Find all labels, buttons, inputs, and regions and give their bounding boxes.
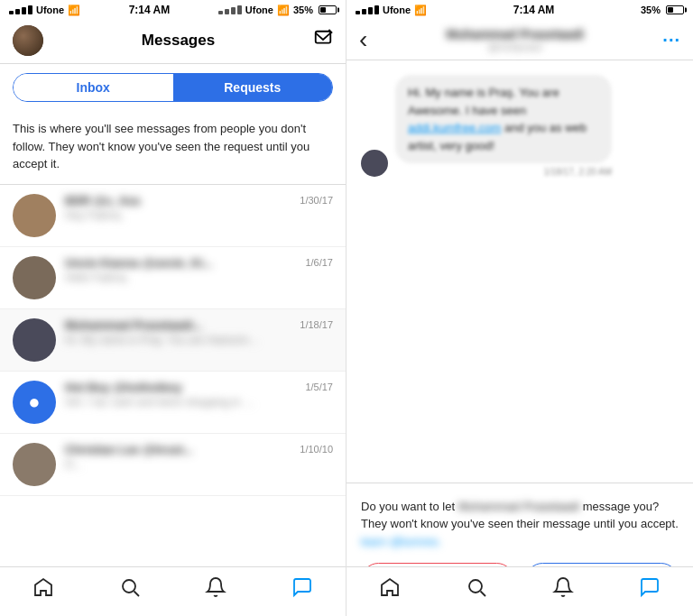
chat-message: Hi. My name is Praş. You are Awesome. I … (361, 75, 679, 177)
message-time: 1/10/10 (300, 444, 333, 455)
avatar (13, 256, 56, 299)
list-item[interactable]: Muhammad Prasetaadi... 1/18/17 Hi. My na… (0, 309, 346, 372)
chat-handle: @muhprase (376, 41, 653, 52)
left-panel: Ufone 📶 7:14 AM Ufone 📶 35% Messages (0, 0, 346, 616)
avatar (13, 443, 56, 486)
message-content: Muhammad Prasetaadi... 1/18/17 Hi. My na… (65, 318, 333, 350)
status-bar-left: Ufone 📶 7:14 AM Ufone 📶 35% (0, 0, 346, 20)
message-content: BDR @u_Ava 1/30/17 Hey Fatima, (65, 194, 333, 225)
signal-icon-r (356, 5, 379, 14)
action-username: Muhammad Prasetaadi (458, 498, 579, 516)
message-content: Hot Boy @hothotboy 1/5/17 Girl. I lac ca… (65, 381, 333, 412)
wifi-icon-r: 📶 (414, 5, 427, 16)
nav-messages-icon-r[interactable] (639, 576, 661, 603)
message-time: 1/6/17 (305, 257, 333, 268)
action-text-before: Do you want to let (361, 500, 458, 513)
nav-home-icon-r[interactable] (379, 576, 401, 603)
message-preview: Hi. My name is Praş. You are Awesome. I … (65, 334, 263, 346)
chat-username: Muhammad Prasetaadi (376, 27, 653, 41)
message-tabs: Inbox Requests (13, 73, 333, 102)
message-time: 1/30/17 (300, 195, 333, 206)
avatar (13, 194, 56, 237)
page-title: Messages (142, 32, 215, 50)
carrier-right: Ufone (245, 5, 273, 15)
message-time: 1/5/17 (305, 382, 333, 392)
sender-name: Christian Lee @hrust... (65, 443, 193, 456)
list-item[interactable]: Uncle Kianna @uncle_Ki... 1/6/17 Hello F… (0, 247, 346, 309)
list-item[interactable]: ● Hot Boy @hothotboy 1/5/17 Girl. I lac … (0, 372, 346, 434)
compose-icon[interactable] (313, 29, 333, 53)
svg-line-5 (481, 592, 486, 597)
right-panel: Ufone 📶 7:14 AM 35% ‹ Muhammad Prasetaad… (346, 0, 693, 616)
nav-search-icon-r[interactable] (466, 576, 487, 603)
back-button[interactable]: ‹ (359, 27, 367, 52)
avatar: ● (13, 381, 56, 424)
battery-label-right: 35% (641, 5, 661, 15)
message-list: BDR @u_Ava 1/30/17 Hey Fatima, Uncle Kia… (0, 185, 346, 567)
sender-name: BDR @u_Ava (65, 194, 140, 207)
svg-rect-0 (316, 31, 331, 42)
nav-home-icon[interactable] (32, 576, 54, 603)
svg-line-3 (134, 592, 139, 597)
message-time: 1/18/17 (300, 319, 333, 330)
action-link: learn @tumres. (361, 533, 441, 551)
svg-point-4 (469, 580, 482, 593)
avatar (13, 318, 56, 362)
time-right: 7:14 AM (513, 4, 555, 16)
carrier-r: Ufone (383, 5, 411, 15)
message-content: Uncle Kianna @uncle_Ki... 1/6/17 Hello F… (65, 256, 333, 288)
message-content: Christian Lee @hrust... 1/10/10 D... (65, 443, 333, 474)
status-bar-right: Ufone 📶 7:14 AM 35% (346, 0, 693, 20)
svg-point-2 (123, 580, 135, 593)
nav-messages-icon[interactable] (291, 576, 313, 603)
tab-inbox[interactable]: Inbox (14, 74, 173, 101)
chat-timestamp: 1/18/17, 2:20 AM (395, 167, 612, 177)
list-item[interactable]: Christian Lee @hrust... 1/10/10 D... (0, 434, 346, 496)
message-preview: Girl. I lac cash and twice shopping in m… (65, 396, 263, 409)
svg-line-1 (328, 29, 332, 32)
sender-name: Muhammad Prasetaadi... (65, 318, 202, 332)
list-item[interactable]: BDR @u_Ava 1/30/17 Hey Fatima, (0, 185, 346, 247)
nav-notification-icon-r[interactable] (552, 576, 574, 603)
battery-icon-right (666, 5, 684, 14)
tab-requests[interactable]: Requests (173, 74, 333, 101)
nav-notification-icon[interactable] (205, 576, 226, 603)
message-preview: D... (65, 458, 82, 471)
time-left: 7:14 AM (129, 4, 171, 16)
header-right: ‹ Muhammad Prasetaadi @muhprase ··· (346, 20, 693, 60)
battery-icon-left (319, 5, 337, 14)
sender-name: Hot Boy @hothotboy (65, 381, 182, 394)
wifi-icon: 📶 (68, 5, 80, 16)
chat-bubble: Hi. My name is Praş. You are Awesome. I … (395, 75, 612, 163)
avatar[interactable] (13, 25, 43, 56)
info-text: This is where you'll see messages from p… (0, 111, 346, 185)
chat-header-center: Muhammad Prasetaadi @muhprase (376, 27, 653, 52)
sender-avatar (361, 150, 388, 177)
header-left: Messages (0, 20, 346, 64)
battery-label-left: 35% (293, 5, 313, 15)
more-options-icon[interactable]: ··· (662, 30, 680, 51)
wifi-icon2: 📶 (277, 5, 290, 16)
bottom-nav-left (0, 566, 346, 616)
bottom-nav-right (346, 566, 693, 616)
action-text: Do you want to let Muhammad Prasetaadi m… (361, 498, 679, 551)
signal-icon (9, 5, 32, 14)
signal-icon-right (218, 5, 242, 14)
sender-name: Uncle Kianna @uncle_Ki... (65, 256, 213, 270)
message-preview: Hello Fatima, (65, 271, 129, 284)
nav-search-icon[interactable] (119, 576, 141, 603)
message-preview: Hey Fatima, (65, 209, 124, 222)
carrier-left: Ufone (36, 5, 64, 15)
